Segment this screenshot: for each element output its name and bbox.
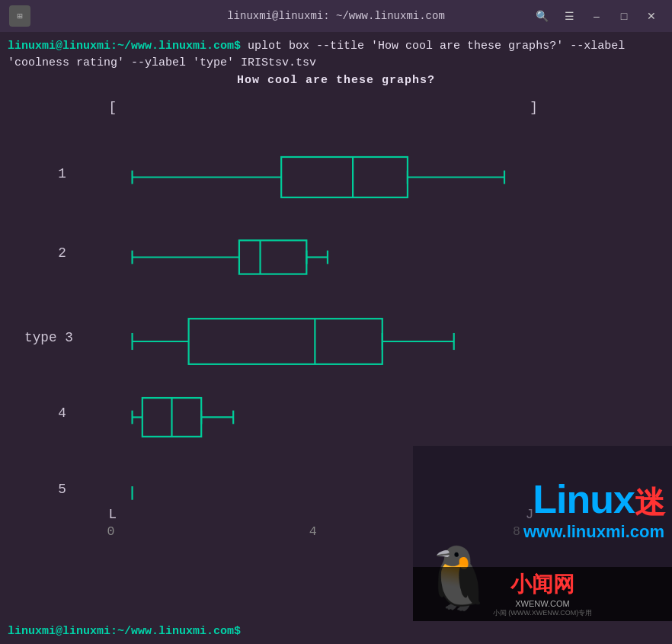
xiao-text: 小闻网	[510, 572, 574, 596]
svg-text:type 3: type 3	[24, 330, 73, 345]
bottom-prompt: linuxmi@linuxmi:~/www.linuxmi.com$	[8, 625, 241, 638]
svg-text:0: 0	[107, 524, 114, 539]
svg-text:L: L	[109, 507, 117, 522]
svg-text:[: [	[109, 100, 117, 115]
close-button[interactable]: ✕	[640, 5, 663, 27]
svg-text:5: 5	[58, 481, 66, 496]
svg-rect-5	[281, 156, 408, 197]
xwenw-title: 小闻网	[413, 570, 672, 599]
svg-text:]: ]	[530, 100, 538, 115]
minimize-button[interactable]: –	[585, 5, 608, 27]
xwenw-url: XWENW.COM	[413, 599, 672, 608]
command-line: linuxmi@linuxmi:~/www.linuxmi.com$ uplot…	[8, 38, 664, 69]
mi-text: 迷	[635, 485, 664, 519]
app-icon: ⊞	[9, 5, 30, 27]
xwenw-box: 小闻网 XWENW.COM 小闻 (WWW.XWENW.COM)专用	[413, 567, 672, 621]
linux-text: Linux	[533, 477, 635, 521]
titlebar-left: ⊞	[9, 5, 30, 27]
terminal-body[interactable]: linuxmi@linuxmi:~/www.linuxmi.com$ uplot…	[0, 32, 672, 644]
svg-rect-13	[239, 240, 306, 274]
titlebar: ⊞ linuxmi@linuxmi: ~/www.linuxmi.com 🔍 ☰…	[0, 0, 672, 32]
svg-text:2: 2	[58, 245, 66, 261]
terminal-window: ⊞ linuxmi@linuxmi: ~/www.linuxmi.com 🔍 ☰…	[0, 0, 672, 644]
linuxmi-brand: Linux迷	[533, 476, 664, 524]
svg-text:4: 4	[309, 524, 317, 539]
prompt: linuxmi@linuxmi:~/www.linuxmi.com$	[8, 40, 241, 53]
chart-title: How cool are these graphs?	[8, 74, 664, 87]
menu-button[interactable]: ☰	[558, 5, 581, 27]
xwenw-sub-text: 小闻 (WWW.XWENW.COM)专用	[413, 608, 672, 618]
linuxmi-url: www.linuxmi.com	[523, 522, 664, 542]
svg-text:1: 1	[58, 165, 66, 181]
watermark-inner: 🐧 Linux迷 www.linuxmi.com 小闻网 XWENW.COM 小…	[413, 446, 672, 621]
svg-text:4: 4	[58, 405, 66, 421]
www-url-text: www.linuxmi.com	[523, 522, 664, 541]
window-title: linuxmi@linuxmi: ~/www.linuxmi.com	[227, 10, 445, 22]
window-controls: 🔍 ☰ – □ ✕	[530, 5, 663, 27]
search-button[interactable]: 🔍	[530, 5, 553, 27]
svg-rect-21	[189, 319, 382, 364]
maximize-button[interactable]: □	[613, 5, 635, 27]
watermark-overlay: 🐧 Linux迷 www.linuxmi.com 小闻网 XWENW.COM 小…	[413, 446, 672, 621]
